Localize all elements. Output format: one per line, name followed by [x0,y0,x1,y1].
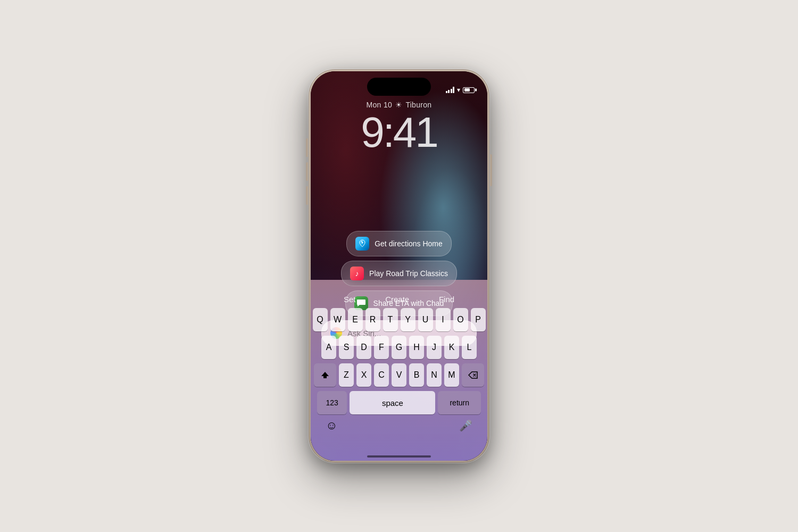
key-L[interactable]: L [462,336,477,359]
key-K[interactable]: K [444,336,459,359]
siri-shortcuts-row: Set Create Find [313,290,485,306]
music-app-icon: ♪ [350,267,364,280]
maps-app-icon [355,237,369,251]
key-delete[interactable] [462,363,484,387]
key-B[interactable]: B [409,363,424,387]
clock-display: 9:41 [311,111,487,154]
key-A[interactable]: A [321,336,336,359]
keyboard-extra-row: ☺ 🎤 [313,414,485,435]
date-label: Mon 10 [367,101,393,109]
key-row-2: A S D F G H J K L [317,336,481,359]
wifi-icon: ▾ [457,86,460,94]
key-S[interactable]: S [339,336,354,359]
key-I[interactable]: I [436,308,451,331]
dictation-button[interactable]: 🎤 [459,419,472,432]
dynamic-island [367,78,431,96]
key-shift[interactable] [314,363,336,387]
suggestion-directions[interactable]: Get directions Home [346,231,452,256]
key-X[interactable]: X [356,363,371,387]
status-icons: ▾ [446,86,475,94]
key-M[interactable]: M [444,363,459,387]
key-V[interactable]: V [392,363,406,387]
key-D[interactable]: D [356,336,371,359]
phone-screen: ▾ Mon 10 ☀ Tiburon 9:41 [311,71,487,461]
battery-icon [463,87,475,93]
key-H[interactable]: H [409,336,424,359]
key-W[interactable]: W [330,308,345,331]
keyboard-area: Set Create Find Q W E R T Y U I O P [311,290,487,461]
keyboard-bottom-row: 123 space return [313,391,485,414]
key-O[interactable]: O [453,308,468,331]
lock-screen-content: Mon 10 ☀ Tiburon 9:41 [311,101,487,154]
key-C[interactable]: C [374,363,389,387]
weather-icon: ☀ [395,101,402,109]
phone-frame: ▾ Mon 10 ☀ Tiburon 9:41 [309,69,489,463]
key-row-1: Q W E R T Y U I O P [317,308,481,331]
key-space[interactable]: space [350,391,435,414]
suggestion-music[interactable]: ♪ Play Road Trip Classics [341,261,457,286]
shortcut-set[interactable]: Set [344,295,356,304]
key-J[interactable]: J [427,336,442,359]
shortcut-find[interactable]: Find [439,295,454,304]
music-label: Play Road Trip Classics [369,269,448,278]
key-R[interactable]: R [365,308,380,331]
key-numbers[interactable]: 123 [317,391,347,414]
key-P[interactable]: P [471,308,486,331]
key-G[interactable]: G [392,336,406,359]
key-N[interactable]: N [427,363,442,387]
key-E[interactable]: E [348,308,363,331]
key-U[interactable]: U [418,308,433,331]
emoji-button[interactable]: ☺ [326,419,337,433]
directions-label: Get directions Home [375,239,443,248]
date-weather-row: Mon 10 ☀ Tiburon [311,101,487,109]
key-return[interactable]: return [438,391,481,414]
location-label: Tiburon [405,101,431,109]
key-T[interactable]: T [383,308,398,331]
key-F[interactable]: F [374,336,389,359]
signal-icon [446,87,455,93]
key-Y[interactable]: Y [401,308,415,331]
key-Z[interactable]: Z [339,363,354,387]
key-row-3: Z X C V B N M [317,363,481,387]
key-Q[interactable]: Q [313,308,328,331]
keyboard: Q W E R T Y U I O P A S D F G [313,306,485,387]
shortcut-create[interactable]: Create [385,295,409,304]
